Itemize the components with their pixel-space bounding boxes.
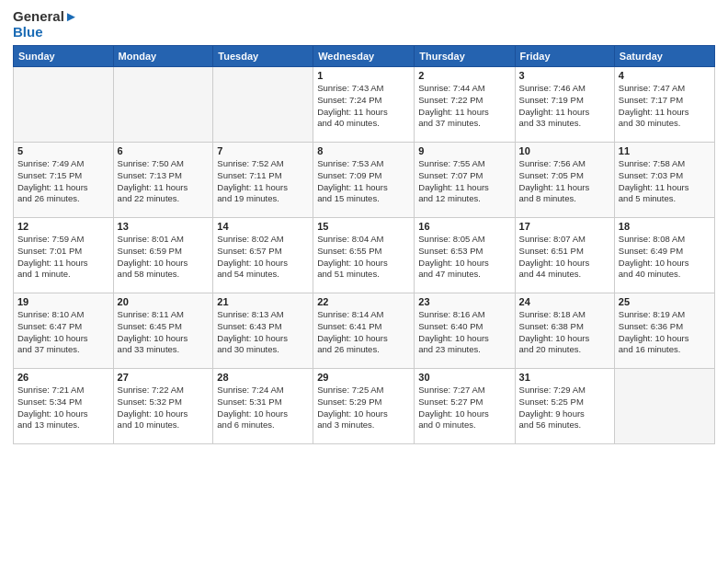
- day-info: Sunrise: 8:05 AM Sunset: 6:53 PM Dayligh…: [418, 234, 510, 281]
- day-info: Sunrise: 8:07 AM Sunset: 6:51 PM Dayligh…: [519, 234, 610, 281]
- calendar-cell: 28Sunrise: 7:24 AM Sunset: 5:31 PM Dayli…: [213, 369, 313, 444]
- day-number: 14: [217, 221, 309, 232]
- day-number: 29: [317, 372, 410, 383]
- day-number: 31: [519, 372, 610, 383]
- day-info: Sunrise: 7:58 AM Sunset: 7:03 PM Dayligh…: [619, 158, 711, 205]
- day-info: Sunrise: 7:24 AM Sunset: 5:31 PM Dayligh…: [217, 385, 309, 431]
- calendar-cell: 14Sunrise: 8:02 AM Sunset: 6:57 PM Dayli…: [213, 218, 313, 293]
- day-number: 27: [118, 372, 210, 383]
- day-number: 17: [519, 221, 610, 232]
- day-info: Sunrise: 7:21 AM Sunset: 5:34 PM Dayligh…: [17, 385, 109, 431]
- day-number: 7: [217, 145, 309, 156]
- calendar-cell: 1Sunrise: 7:43 AM Sunset: 7:24 PM Daylig…: [313, 67, 415, 143]
- weekday-header: Friday: [515, 46, 614, 67]
- weekday-header: Tuesday: [213, 46, 313, 67]
- day-info: Sunrise: 7:22 AM Sunset: 5:32 PM Dayligh…: [118, 385, 210, 431]
- day-info: Sunrise: 8:19 AM Sunset: 6:36 PM Dayligh…: [619, 309, 711, 356]
- calendar-cell: 4Sunrise: 7:47 AM Sunset: 7:17 PM Daylig…: [614, 67, 714, 143]
- calendar-cell: 8Sunrise: 7:53 AM Sunset: 7:09 PM Daylig…: [313, 143, 415, 218]
- header-row: SundayMondayTuesdayWednesdayThursdayFrid…: [14, 46, 715, 67]
- day-number: 22: [317, 296, 410, 307]
- day-info: Sunrise: 7:44 AM Sunset: 7:22 PM Dayligh…: [418, 83, 510, 130]
- calendar-cell: 29Sunrise: 7:25 AM Sunset: 5:29 PM Dayli…: [313, 369, 415, 444]
- logo: General► Blue: [13, 9, 78, 40]
- calendar-week-row: 1Sunrise: 7:43 AM Sunset: 7:24 PM Daylig…: [14, 67, 715, 143]
- calendar-cell: 30Sunrise: 7:27 AM Sunset: 5:27 PM Dayli…: [415, 369, 515, 444]
- day-info: Sunrise: 7:47 AM Sunset: 7:17 PM Dayligh…: [619, 83, 711, 130]
- calendar-cell: 20Sunrise: 8:11 AM Sunset: 6:45 PM Dayli…: [113, 293, 213, 369]
- day-info: Sunrise: 7:59 AM Sunset: 7:01 PM Dayligh…: [17, 234, 109, 281]
- calendar-week-row: 26Sunrise: 7:21 AM Sunset: 5:34 PM Dayli…: [14, 369, 715, 444]
- day-number: 13: [118, 221, 210, 232]
- calendar-week-row: 12Sunrise: 7:59 AM Sunset: 7:01 PM Dayli…: [14, 218, 715, 293]
- calendar-cell: 2Sunrise: 7:44 AM Sunset: 7:22 PM Daylig…: [415, 67, 515, 143]
- day-number: 6: [118, 145, 210, 156]
- calendar-cell: 17Sunrise: 8:07 AM Sunset: 6:51 PM Dayli…: [515, 218, 614, 293]
- calendar-week-row: 5Sunrise: 7:49 AM Sunset: 7:15 PM Daylig…: [14, 143, 715, 218]
- day-number: 9: [418, 145, 510, 156]
- page: General► Blue SundayMondayTuesdayWednesd…: [0, 0, 728, 563]
- weekday-header: Sunday: [14, 46, 114, 67]
- day-info: Sunrise: 8:11 AM Sunset: 6:45 PM Dayligh…: [118, 309, 210, 356]
- day-info: Sunrise: 8:08 AM Sunset: 6:49 PM Dayligh…: [619, 234, 711, 281]
- day-number: 15: [317, 221, 410, 232]
- calendar-cell: [14, 67, 114, 143]
- day-info: Sunrise: 7:55 AM Sunset: 7:07 PM Dayligh…: [418, 158, 510, 205]
- weekday-header: Monday: [113, 46, 213, 67]
- weekday-header: Wednesday: [313, 46, 415, 67]
- calendar-cell: 6Sunrise: 7:50 AM Sunset: 7:13 PM Daylig…: [113, 143, 213, 218]
- calendar-cell: 13Sunrise: 8:01 AM Sunset: 6:59 PM Dayli…: [113, 218, 213, 293]
- calendar-cell: 23Sunrise: 8:16 AM Sunset: 6:40 PM Dayli…: [415, 293, 515, 369]
- day-info: Sunrise: 8:16 AM Sunset: 6:40 PM Dayligh…: [418, 309, 510, 356]
- day-info: Sunrise: 8:10 AM Sunset: 6:47 PM Dayligh…: [17, 309, 109, 356]
- day-number: 23: [418, 296, 510, 307]
- calendar-cell: 9Sunrise: 7:55 AM Sunset: 7:07 PM Daylig…: [415, 143, 515, 218]
- day-info: Sunrise: 7:46 AM Sunset: 7:19 PM Dayligh…: [519, 83, 610, 130]
- day-info: Sunrise: 8:02 AM Sunset: 6:57 PM Dayligh…: [217, 234, 309, 281]
- calendar-cell: [614, 369, 714, 444]
- day-info: Sunrise: 8:13 AM Sunset: 6:43 PM Dayligh…: [217, 309, 309, 356]
- calendar-cell: 22Sunrise: 8:14 AM Sunset: 6:41 PM Dayli…: [313, 293, 415, 369]
- calendar-cell: 15Sunrise: 8:04 AM Sunset: 6:55 PM Dayli…: [313, 218, 415, 293]
- day-info: Sunrise: 7:27 AM Sunset: 5:27 PM Dayligh…: [418, 385, 510, 431]
- day-info: Sunrise: 8:14 AM Sunset: 6:41 PM Dayligh…: [317, 309, 410, 356]
- day-info: Sunrise: 7:49 AM Sunset: 7:15 PM Dayligh…: [17, 158, 109, 205]
- calendar-cell: 26Sunrise: 7:21 AM Sunset: 5:34 PM Dayli…: [14, 369, 114, 444]
- day-info: Sunrise: 7:50 AM Sunset: 7:13 PM Dayligh…: [118, 158, 210, 205]
- calendar-cell: 25Sunrise: 8:19 AM Sunset: 6:36 PM Dayli…: [614, 293, 714, 369]
- calendar-cell: 31Sunrise: 7:29 AM Sunset: 5:25 PM Dayli…: [515, 369, 614, 444]
- day-info: Sunrise: 8:18 AM Sunset: 6:38 PM Dayligh…: [519, 309, 610, 356]
- calendar-cell: 12Sunrise: 7:59 AM Sunset: 7:01 PM Dayli…: [14, 218, 114, 293]
- day-info: Sunrise: 7:53 AM Sunset: 7:09 PM Dayligh…: [317, 158, 410, 205]
- day-number: 16: [418, 221, 510, 232]
- day-number: 3: [519, 70, 610, 81]
- calendar-cell: 7Sunrise: 7:52 AM Sunset: 7:11 PM Daylig…: [213, 143, 313, 218]
- day-number: 4: [619, 70, 711, 81]
- day-info: Sunrise: 7:25 AM Sunset: 5:29 PM Dayligh…: [317, 385, 410, 431]
- day-info: Sunrise: 7:29 AM Sunset: 5:25 PM Dayligh…: [519, 385, 610, 431]
- calendar-cell: 10Sunrise: 7:56 AM Sunset: 7:05 PM Dayli…: [515, 143, 614, 218]
- day-info: Sunrise: 7:52 AM Sunset: 7:11 PM Dayligh…: [217, 158, 309, 205]
- calendar-cell: 18Sunrise: 8:08 AM Sunset: 6:49 PM Dayli…: [614, 218, 714, 293]
- calendar-cell: 19Sunrise: 8:10 AM Sunset: 6:47 PM Dayli…: [14, 293, 114, 369]
- calendar-cell: 5Sunrise: 7:49 AM Sunset: 7:15 PM Daylig…: [14, 143, 114, 218]
- day-number: 25: [619, 296, 711, 307]
- day-number: 24: [519, 296, 610, 307]
- calendar-cell: 11Sunrise: 7:58 AM Sunset: 7:03 PM Dayli…: [614, 143, 714, 218]
- day-number: 11: [619, 145, 711, 156]
- calendar-cell: [213, 67, 313, 143]
- day-info: Sunrise: 7:56 AM Sunset: 7:05 PM Dayligh…: [519, 158, 610, 205]
- weekday-header: Saturday: [614, 46, 714, 67]
- day-number: 1: [317, 70, 410, 81]
- day-info: Sunrise: 8:04 AM Sunset: 6:55 PM Dayligh…: [317, 234, 410, 281]
- calendar-cell: 27Sunrise: 7:22 AM Sunset: 5:32 PM Dayli…: [113, 369, 213, 444]
- day-number: 19: [17, 296, 109, 307]
- day-number: 5: [17, 145, 109, 156]
- calendar-table: SundayMondayTuesdayWednesdayThursdayFrid…: [13, 45, 715, 444]
- weekday-header: Thursday: [415, 46, 515, 67]
- calendar-week-row: 19Sunrise: 8:10 AM Sunset: 6:47 PM Dayli…: [14, 293, 715, 369]
- day-number: 20: [118, 296, 210, 307]
- day-info: Sunrise: 8:01 AM Sunset: 6:59 PM Dayligh…: [118, 234, 210, 281]
- logo-text: General► Blue: [13, 9, 78, 40]
- calendar-cell: 16Sunrise: 8:05 AM Sunset: 6:53 PM Dayli…: [415, 218, 515, 293]
